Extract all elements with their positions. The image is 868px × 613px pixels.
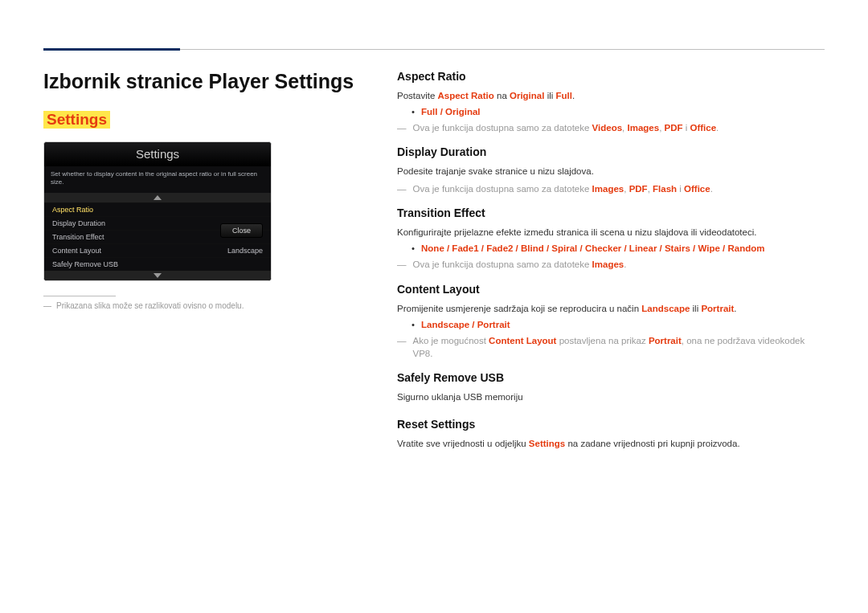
text: Ako je mogućnost: [413, 336, 489, 345]
screenshot-row-label: Safely Remove USB: [52, 260, 118, 268]
text: na: [494, 91, 510, 100]
em: Landscape: [641, 304, 690, 313]
text: Ova je funkcija dostupna samo za datotek…: [413, 260, 592, 269]
screenshot-title: Settings: [44, 142, 271, 166]
screenshot-row-label: Display Duration: [52, 219, 105, 227]
text: .: [572, 91, 575, 100]
note-text: Ova je funkcija dostupna samo za datotek…: [413, 121, 719, 134]
text: postavljena na prikaz: [556, 336, 648, 345]
screenshot-row-label: Aspect Ratio: [52, 206, 93, 214]
aspect-line1: Postavite Aspect Ratio na Original ili F…: [397, 89, 825, 102]
em: Office: [690, 123, 716, 133]
em: Images: [628, 123, 660, 133]
dash-icon: ―: [397, 258, 407, 271]
dash-icon: ―: [397, 121, 407, 134]
footnote: ― Prikazana slika može se razlikovati ov…: [43, 301, 365, 310]
screenshot-desc: Set whether to display content in the or…: [44, 166, 271, 193]
note-text: Ova je funkcija dostupna samo za datotek…: [413, 258, 627, 271]
screenshot-close-wrap: Close: [220, 223, 263, 238]
em: Original: [510, 91, 544, 100]
text: .: [716, 123, 719, 133]
horizontal-rule: [180, 49, 825, 50]
note-text: Ova je funkcija dostupna samo za datotek…: [413, 182, 713, 195]
em: Full / Original: [421, 107, 480, 116]
screenshot-row: Aspect Ratio: [44, 202, 271, 216]
section-title-display-duration: Display Duration: [397, 145, 825, 158]
settings-screenshot: Settings Set whether to display content …: [43, 141, 272, 281]
text: .: [710, 184, 713, 194]
em: Office: [684, 184, 710, 194]
em: Flash: [653, 184, 677, 194]
accent-bar: [43, 48, 180, 51]
scroll-down-icon: [44, 271, 271, 280]
display-line1: Podesite trajanje svake stranice u nizu …: [397, 165, 825, 178]
text: Promijenite usmjerenje sadržaja koji se …: [397, 304, 641, 313]
transition-note: ― Ova je funkcija dostupna samo za datot…: [397, 258, 825, 271]
section-title-transition-effect: Transition Effect: [397, 206, 825, 219]
text: .: [624, 260, 626, 269]
section-title-content-layout: Content Layout: [397, 283, 825, 296]
footnote-separator: [43, 296, 116, 296]
content-line1: Promijenite usmjerenje sadržaja koji se …: [397, 302, 825, 315]
section-title-aspect-ratio: Aspect Ratio: [397, 70, 825, 83]
em: Landscape / Portrait: [421, 320, 510, 329]
em: None / Fade1 / Fade2 / Blind / Spiral / …: [421, 243, 764, 253]
screenshot-body: Aspect Ratio Display Duration Transition…: [44, 193, 271, 280]
em: Images: [592, 184, 624, 194]
text: na zadane vrijednosti pri kupnji proizvo…: [565, 439, 739, 448]
top-bar: [43, 48, 825, 51]
em: Settings: [529, 439, 565, 448]
text: Ova je funkcija dostupna samo za datotek…: [413, 184, 592, 194]
section-title-safely-remove-usb: Safely Remove USB: [397, 371, 825, 384]
screenshot-row-value: Landscape: [227, 247, 263, 255]
subheading-highlight: Settings: [43, 111, 110, 129]
screenshot-row-label: Transition Effect: [52, 233, 104, 241]
text: ili: [690, 304, 701, 313]
dash-icon: ―: [43, 301, 51, 310]
em: Images: [592, 260, 624, 269]
em: Full: [556, 91, 572, 100]
em: Content Layout: [489, 336, 556, 345]
scroll-up-icon: [44, 193, 271, 202]
text: ili: [544, 91, 555, 100]
text: .: [734, 304, 736, 313]
reset-line1: Vratite sve vrijednosti u odjeljku Setti…: [397, 437, 825, 450]
dash-icon: ―: [397, 334, 407, 360]
content-bullet: Landscape / Portrait: [411, 320, 825, 329]
page-title: Izbornik stranice Player Settings: [43, 70, 365, 93]
section-title-reset-settings: Reset Settings: [397, 418, 825, 431]
text: Vratite sve vrijednosti u odjeljku: [397, 439, 529, 448]
em: Aspect Ratio: [438, 91, 494, 100]
dash-icon: ―: [397, 182, 407, 195]
text: i: [677, 184, 684, 194]
em: PDF: [665, 123, 683, 133]
em: PDF: [629, 184, 648, 194]
em: Portrait: [649, 336, 682, 345]
text: Ova je funkcija dostupna samo za datotek…: [413, 123, 592, 133]
aspect-note: ― Ova je funkcija dostupna samo za datot…: [397, 121, 825, 134]
content-note: ― Ako je mogućnost Content Layout postav…: [397, 334, 825, 360]
aspect-bullet: Full / Original: [411, 107, 825, 116]
text: Postavite: [397, 91, 438, 100]
screenshot-row: Content Layout Landscape: [44, 243, 271, 257]
transition-bullet: None / Fade1 / Fade2 / Blind / Spiral / …: [411, 243, 825, 253]
transition-line1: Konfigurirajte prijelazne efekte između …: [397, 226, 825, 239]
footnote-text: Prikazana slika može se razlikovati ovis…: [56, 301, 244, 310]
screenshot-row: Safely Remove USB: [44, 257, 271, 271]
safely-line1: Sigurno uklanja USB memoriju: [397, 390, 825, 403]
em: Portrait: [701, 304, 734, 313]
close-button: Close: [220, 223, 263, 238]
em: Videos: [592, 123, 623, 133]
note-text: Ako je mogućnost Content Layout postavlj…: [413, 334, 825, 360]
screenshot-row-label: Content Layout: [52, 247, 101, 255]
display-note: ― Ova je funkcija dostupna samo za datot…: [397, 182, 825, 195]
